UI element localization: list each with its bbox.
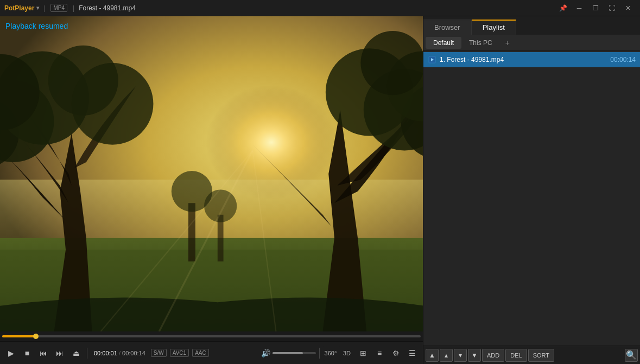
seekbar-fill	[2, 335, 36, 337]
maximize-button[interactable]: ⛶	[604, 2, 619, 14]
playback-status: Playback resumed	[5, 22, 68, 30]
video-area[interactable]: Playback resumed	[0, 16, 423, 331]
volume-area: 🔊	[261, 349, 316, 357]
sw-badge: S/W	[151, 349, 167, 357]
playlist-toggle-button[interactable]: ☰	[404, 346, 420, 361]
time-display: 00:00:01 / 00:00:14	[94, 350, 145, 356]
separator1	[87, 348, 87, 359]
seekbar-container[interactable]	[0, 331, 423, 341]
playlist-item-icon	[428, 55, 436, 64]
restore-button[interactable]: ❐	[588, 2, 603, 14]
move-top-button[interactable]: ▲	[426, 349, 439, 362]
sort-button[interactable]: SORT	[528, 349, 554, 362]
del-button[interactable]: DEL	[505, 349, 527, 362]
move-up-button[interactable]: ▴	[440, 349, 453, 362]
tab-browser[interactable]: Browser	[423, 20, 472, 35]
move-down-button[interactable]: ▾	[454, 349, 467, 362]
move-bottom-button[interactable]: ▼	[468, 349, 481, 362]
app-name: PotPlayer	[4, 4, 34, 12]
subtab-default[interactable]: Default	[426, 37, 461, 49]
svg-point-9	[72, 63, 154, 145]
subtitle-button[interactable]: ≡	[372, 346, 387, 361]
playlist-item[interactable]: 1. Forest - 49981.mp4 00:00:14	[423, 52, 640, 67]
eq-button[interactable]: ⊞	[356, 346, 371, 361]
playlist-search-button[interactable]: 🔍	[625, 349, 638, 362]
title-separator: |	[43, 4, 45, 12]
subtab-add[interactable]: +	[500, 36, 515, 49]
forest-background	[0, 16, 423, 331]
3d-button[interactable]: 3D	[339, 346, 354, 361]
playlist-subtabs: Default This PC +	[423, 35, 640, 51]
open-button[interactable]: ⏏	[68, 346, 84, 361]
aac-badge: AAC	[192, 349, 209, 357]
pin-button[interactable]: 📌	[555, 2, 571, 14]
close-button[interactable]: ✕	[620, 2, 636, 14]
controls-bar: ▶ ■ ⏮ ⏭ ⏏ 00:00:01 / 00:00:14 S/W AVC1 A…	[0, 341, 423, 364]
playlist-item-duration: 00:00:14	[610, 56, 636, 63]
time-total: 00:00:14	[122, 350, 145, 356]
add-button[interactable]: ADD	[482, 349, 504, 362]
app-logo[interactable]: PotPlayer ▾	[4, 4, 39, 12]
prev-button[interactable]: ⏮	[36, 346, 51, 361]
format-badge: MP4	[50, 4, 67, 12]
play-pause-button[interactable]: ▶	[3, 346, 18, 361]
stop-button[interactable]: ■	[20, 346, 35, 361]
right-panel: Browser Playlist Default This PC +	[423, 16, 640, 364]
title-separator2: |	[73, 4, 74, 12]
svg-point-19	[204, 190, 237, 222]
svg-point-15	[360, 31, 423, 95]
playlist-toolbar: ▲ ▴ ▾ ▼ ADD DEL SORT 🔍	[423, 346, 640, 364]
avc1-badge: AVC1	[170, 349, 189, 357]
main-content: Playback resumed ▶ ■ ⏮ ⏭ ⏏ 00:00:01 / 00…	[0, 16, 640, 364]
settings-button[interactable]: ⚙	[388, 346, 403, 361]
playlist-item-name: 1. Forest - 49981.mp4	[440, 56, 610, 63]
volume-fill	[273, 352, 303, 354]
window-controls: 📌 ─ ❐ ⛶ ✕	[555, 2, 636, 14]
playlist-items: 1. Forest - 49981.mp4 00:00:14	[423, 51, 640, 346]
separator2	[319, 348, 320, 359]
seekbar-thumb[interactable]	[33, 334, 39, 339]
file-name-title: Forest - 49981.mp4	[79, 4, 136, 12]
tab-playlist[interactable]: Playlist	[472, 20, 516, 35]
minimize-button[interactable]: ─	[572, 2, 587, 14]
next-button[interactable]: ⏭	[52, 346, 67, 361]
volume-icon: 🔊	[261, 349, 270, 357]
video-frame	[0, 16, 423, 331]
seekbar-track[interactable]	[2, 335, 421, 337]
video-panel: Playback resumed ▶ ■ ⏮ ⏭ ⏏ 00:00:01 / 00…	[0, 16, 423, 364]
panel-tabs: Browser Playlist	[423, 16, 640, 35]
titlebar: PotPlayer ▾ | MP4 | Forest - 49981.mp4 📌…	[0, 0, 640, 16]
time-current: 00:00:01	[94, 350, 117, 356]
subtab-this-pc[interactable]: This PC	[461, 37, 500, 49]
volume-slider[interactable]	[273, 352, 316, 354]
360-button[interactable]: 360°	[323, 346, 338, 361]
logo-dropdown-arrow[interactable]: ▾	[36, 5, 39, 11]
